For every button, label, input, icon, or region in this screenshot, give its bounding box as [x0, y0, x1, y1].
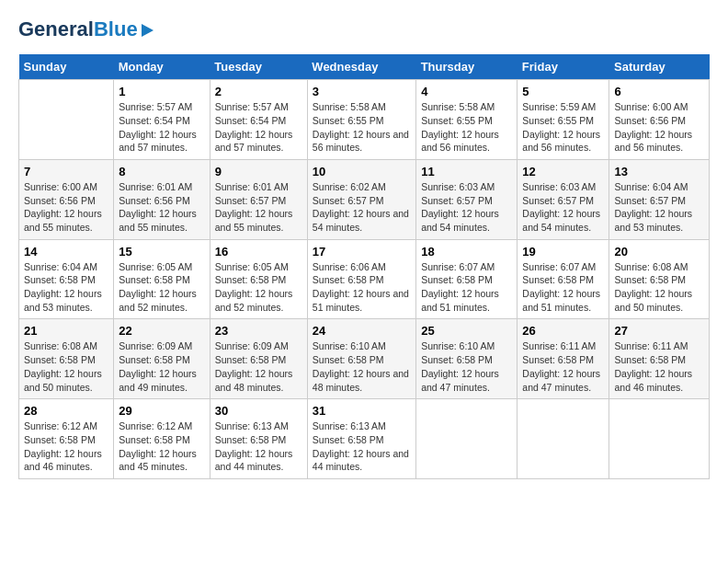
day-cell: 5Sunrise: 5:59 AMSunset: 6:55 PMDaylight… [518, 80, 609, 160]
day-number: 12 [522, 165, 604, 178]
day-cell [416, 399, 518, 479]
day-number: 30 [215, 404, 302, 418]
day-info: Sunrise: 5:57 AMSunset: 6:54 PMDaylight:… [119, 100, 205, 155]
day-cell: 27Sunrise: 6:11 AMSunset: 6:58 PMDayligh… [609, 319, 710, 399]
day-info: Sunrise: 5:58 AMSunset: 6:55 PMDaylight:… [421, 100, 512, 155]
day-cell [518, 399, 609, 479]
logo: GeneralBlue [18, 18, 154, 40]
day-cell: 16Sunrise: 6:05 AMSunset: 6:58 PMDayligh… [210, 239, 307, 319]
day-number: 10 [313, 165, 411, 178]
day-cell: 11Sunrise: 6:03 AMSunset: 6:57 PMDayligh… [416, 159, 518, 239]
day-cell [609, 399, 710, 479]
day-info: Sunrise: 6:00 AMSunset: 6:56 PMDaylight:… [614, 100, 704, 155]
day-number: 8 [119, 165, 205, 178]
day-cell: 21Sunrise: 6:08 AMSunset: 6:58 PMDayligh… [19, 319, 114, 399]
day-cell: 6Sunrise: 6:00 AMSunset: 6:56 PMDaylight… [609, 80, 710, 160]
header-cell-wednesday: Wednesday [307, 54, 415, 80]
week-row-3: 14Sunrise: 6:04 AMSunset: 6:58 PMDayligh… [19, 239, 710, 319]
day-number: 3 [313, 85, 411, 98]
day-info: Sunrise: 6:12 AMSunset: 6:58 PMDaylight:… [119, 419, 205, 474]
day-info: Sunrise: 6:04 AMSunset: 6:57 PMDaylight:… [614, 180, 704, 235]
day-cell: 15Sunrise: 6:05 AMSunset: 6:58 PMDayligh… [114, 239, 210, 319]
day-number: 9 [215, 165, 302, 178]
day-number: 11 [421, 165, 512, 178]
day-cell: 9Sunrise: 6:01 AMSunset: 6:57 PMDaylight… [210, 159, 307, 239]
day-number: 29 [119, 404, 205, 418]
calendar-table: SundayMondayTuesdayWednesdayThursdayFrid… [18, 54, 710, 479]
header-row: SundayMondayTuesdayWednesdayThursdayFrid… [19, 54, 710, 80]
day-number: 6 [614, 85, 704, 98]
day-number: 2 [215, 85, 302, 98]
day-cell: 18Sunrise: 6:07 AMSunset: 6:58 PMDayligh… [416, 239, 518, 319]
day-cell: 31Sunrise: 6:13 AMSunset: 6:58 PMDayligh… [307, 399, 415, 479]
day-info: Sunrise: 6:11 AMSunset: 6:58 PMDaylight:… [614, 339, 704, 394]
page-header: GeneralBlue [18, 18, 710, 40]
day-info: Sunrise: 6:07 AMSunset: 6:58 PMDaylight:… [421, 260, 512, 315]
day-number: 26 [522, 324, 604, 338]
week-row-5: 28Sunrise: 6:12 AMSunset: 6:58 PMDayligh… [19, 399, 710, 479]
day-info: Sunrise: 6:08 AMSunset: 6:58 PMDaylight:… [614, 260, 704, 315]
day-number: 23 [215, 324, 302, 338]
day-cell: 3Sunrise: 5:58 AMSunset: 6:55 PMDaylight… [307, 80, 415, 160]
header-cell-saturday: Saturday [609, 54, 710, 80]
day-info: Sunrise: 6:10 AMSunset: 6:58 PMDaylight:… [421, 339, 512, 394]
day-cell: 30Sunrise: 6:13 AMSunset: 6:58 PMDayligh… [210, 399, 307, 479]
week-row-1: 1Sunrise: 5:57 AMSunset: 6:54 PMDaylight… [19, 80, 710, 160]
day-cell: 28Sunrise: 6:12 AMSunset: 6:58 PMDayligh… [19, 399, 114, 479]
day-info: Sunrise: 6:09 AMSunset: 6:58 PMDaylight:… [215, 339, 302, 394]
day-number: 15 [119, 245, 205, 259]
day-number: 25 [421, 324, 512, 338]
day-number: 13 [614, 165, 704, 178]
day-number: 28 [24, 404, 108, 418]
day-info: Sunrise: 6:13 AMSunset: 6:58 PMDaylight:… [313, 419, 411, 474]
day-cell: 1Sunrise: 5:57 AMSunset: 6:54 PMDaylight… [114, 80, 210, 160]
day-cell: 22Sunrise: 6:09 AMSunset: 6:58 PMDayligh… [114, 319, 210, 399]
day-cell [19, 80, 114, 160]
header-cell-tuesday: Tuesday [210, 54, 307, 80]
day-number: 19 [522, 245, 604, 259]
day-number: 18 [421, 245, 512, 259]
day-number: 22 [119, 324, 205, 338]
header-cell-thursday: Thursday [416, 54, 518, 80]
day-cell: 12Sunrise: 6:03 AMSunset: 6:57 PMDayligh… [518, 159, 609, 239]
day-cell: 24Sunrise: 6:10 AMSunset: 6:58 PMDayligh… [307, 319, 415, 399]
day-info: Sunrise: 6:01 AMSunset: 6:56 PMDaylight:… [119, 180, 205, 235]
day-cell: 20Sunrise: 6:08 AMSunset: 6:58 PMDayligh… [609, 239, 710, 319]
day-cell: 19Sunrise: 6:07 AMSunset: 6:58 PMDayligh… [518, 239, 609, 319]
day-number: 7 [24, 165, 108, 178]
day-number: 27 [614, 324, 704, 338]
day-info: Sunrise: 6:00 AMSunset: 6:56 PMDaylight:… [24, 180, 108, 235]
logo-text: GeneralBlue [18, 18, 138, 40]
day-cell: 7Sunrise: 6:00 AMSunset: 6:56 PMDaylight… [19, 159, 114, 239]
day-info: Sunrise: 6:05 AMSunset: 6:58 PMDaylight:… [119, 260, 205, 315]
day-info: Sunrise: 6:01 AMSunset: 6:57 PMDaylight:… [215, 180, 302, 235]
day-info: Sunrise: 6:12 AMSunset: 6:58 PMDaylight:… [24, 419, 108, 474]
day-info: Sunrise: 6:06 AMSunset: 6:58 PMDaylight:… [313, 260, 411, 315]
header-cell-friday: Friday [518, 54, 609, 80]
day-info: Sunrise: 5:58 AMSunset: 6:55 PMDaylight:… [313, 100, 411, 155]
day-cell: 13Sunrise: 6:04 AMSunset: 6:57 PMDayligh… [609, 159, 710, 239]
day-cell: 23Sunrise: 6:09 AMSunset: 6:58 PMDayligh… [210, 319, 307, 399]
day-number: 20 [614, 245, 704, 259]
header-cell-monday: Monday [114, 54, 210, 80]
day-number: 4 [421, 85, 512, 98]
day-cell: 14Sunrise: 6:04 AMSunset: 6:58 PMDayligh… [19, 239, 114, 319]
day-number: 1 [119, 85, 205, 98]
day-info: Sunrise: 6:10 AMSunset: 6:58 PMDaylight:… [313, 339, 411, 394]
day-info: Sunrise: 6:03 AMSunset: 6:57 PMDaylight:… [421, 180, 512, 235]
week-row-4: 21Sunrise: 6:08 AMSunset: 6:58 PMDayligh… [19, 319, 710, 399]
day-number: 16 [215, 245, 302, 259]
day-number: 17 [313, 245, 411, 259]
day-info: Sunrise: 6:04 AMSunset: 6:58 PMDaylight:… [24, 260, 108, 315]
day-cell: 25Sunrise: 6:10 AMSunset: 6:58 PMDayligh… [416, 319, 518, 399]
day-info: Sunrise: 6:08 AMSunset: 6:58 PMDaylight:… [24, 339, 108, 394]
day-number: 14 [24, 245, 108, 259]
day-info: Sunrise: 6:09 AMSunset: 6:58 PMDaylight:… [119, 339, 205, 394]
day-info: Sunrise: 6:13 AMSunset: 6:58 PMDaylight:… [215, 419, 302, 474]
day-number: 24 [313, 324, 411, 338]
day-cell: 26Sunrise: 6:11 AMSunset: 6:58 PMDayligh… [518, 319, 609, 399]
day-number: 21 [24, 324, 108, 338]
day-info: Sunrise: 5:57 AMSunset: 6:54 PMDaylight:… [215, 100, 302, 155]
week-row-2: 7Sunrise: 6:00 AMSunset: 6:56 PMDaylight… [19, 159, 710, 239]
day-info: Sunrise: 6:03 AMSunset: 6:57 PMDaylight:… [522, 180, 604, 235]
